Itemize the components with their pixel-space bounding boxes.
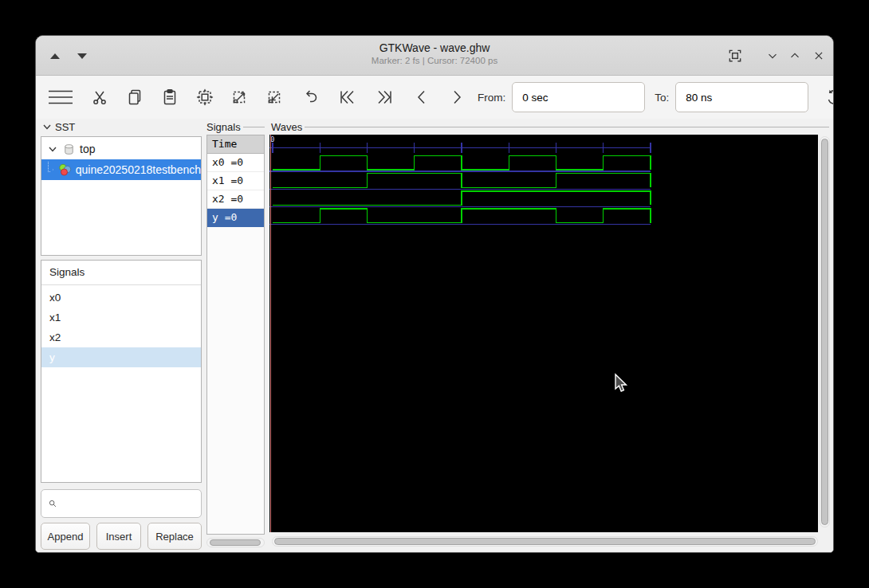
chevron-left-icon — [412, 88, 431, 107]
zoom-in-icon — [230, 88, 250, 107]
chevron-down-icon — [765, 49, 780, 63]
waveform-canvas[interactable]: 0 — [269, 135, 818, 532]
zoom-in-button[interactable] — [230, 88, 250, 107]
cut-icon — [90, 88, 109, 107]
copy-button[interactable] — [125, 88, 144, 107]
chevron-up-icon — [788, 49, 802, 63]
fullscreen-icon — [727, 48, 743, 64]
tree-item-label: quine20250218testbench — [76, 163, 201, 176]
chevron-down-icon — [42, 122, 52, 131]
scrollbar-thumb[interactable] — [274, 538, 816, 545]
signal-column-hscrollbar[interactable] — [206, 538, 265, 547]
module-icon — [57, 163, 72, 177]
menu-icon — [48, 88, 73, 107]
copy-icon — [125, 88, 144, 107]
waves-frame-label: Waves — [271, 120, 829, 133]
tree-item-testbench[interactable]: quine20250218testbench — [41, 159, 201, 180]
tree-item-label: top — [80, 143, 95, 155]
signals-browser: Signals x0 x1 x2 y — [41, 260, 202, 483]
zoom-out-button[interactable] — [265, 88, 285, 107]
step-left-button[interactable] — [412, 88, 431, 107]
paste-button[interactable] — [160, 88, 179, 107]
mouse-cursor — [611, 372, 631, 394]
database-icon — [62, 143, 76, 156]
tree-item-top[interactable]: top — [41, 139, 201, 159]
expander-right-icon[interactable] — [52, 165, 54, 174]
signal-row-x0[interactable]: x0 =0 — [207, 154, 264, 172]
signal-search-box[interactable] — [41, 489, 202, 518]
tree-guide-line — [48, 162, 50, 172]
waves-frame-text: Waves — [271, 121, 302, 133]
reload-button[interactable] — [824, 88, 834, 107]
cut-button[interactable] — [90, 88, 109, 107]
paste-icon — [160, 88, 179, 107]
signal-list-frame-text: Signals — [206, 121, 241, 133]
zoom-out-icon — [265, 88, 285, 107]
signal-item-x1[interactable]: x1 — [41, 308, 201, 327]
reload-icon — [824, 88, 834, 107]
sst-header-label: SST — [55, 121, 75, 133]
scrollbar-thumb[interactable] — [821, 139, 828, 525]
expander-down-icon[interactable] — [48, 144, 57, 154]
to-label: To: — [655, 92, 669, 104]
sst-tree: top quine20250218testbench — [41, 136, 202, 256]
signal-item-x2[interactable]: x2 — [41, 327, 201, 347]
signal-row-x2[interactable]: x2 =0 — [207, 190, 264, 209]
signal-name-column: Time x0 =0 x1 =0 x2 =0 y =0 — [206, 135, 265, 535]
fullscreen-button[interactable] — [725, 46, 745, 65]
insert-button[interactable]: Insert — [96, 523, 141, 550]
maximize-button[interactable] — [785, 46, 804, 65]
undo-button[interactable] — [301, 88, 320, 107]
chevron-right-icon — [447, 88, 466, 107]
undo-icon — [301, 88, 320, 107]
waveform-plot: 0 — [269, 135, 818, 532]
toolbar: From: To: — [36, 76, 833, 119]
frame-line — [243, 127, 265, 127]
signal-row-y[interactable]: y =0 — [207, 209, 264, 227]
menu-button[interactable] — [47, 88, 74, 107]
signals-browser-header: Signals — [41, 261, 201, 285]
pane-splitter-left[interactable] — [202, 119, 206, 553]
signal-row-x1[interactable]: x1 =0 — [207, 172, 264, 190]
main-area: SST top quine20250218testbenc — [36, 119, 834, 553]
minimize-button[interactable] — [763, 46, 782, 65]
desktop: GTKWave - wave.ghw Marker: 2 fs | Cursor… — [0, 0, 869, 588]
gtkwave-window: GTKWave - wave.ghw Marker: 2 fs | Cursor… — [35, 35, 834, 553]
sst-expander[interactable]: SST — [42, 120, 199, 133]
frame-line — [305, 127, 829, 127]
from-input[interactable] — [512, 82, 645, 112]
go-to-end-icon — [375, 88, 395, 107]
titlebar[interactable]: GTKWave - wave.ghw Marker: 2 fs | Cursor… — [36, 36, 833, 76]
from-label: From: — [478, 92, 505, 104]
go-to-start-button[interactable] — [336, 88, 358, 107]
to-input[interactable] — [675, 82, 808, 112]
replace-button[interactable]: Replace — [147, 523, 202, 550]
zoom-fit-icon — [195, 88, 214, 107]
time-header[interactable]: Time — [207, 135, 264, 154]
window-title: GTKWave - wave.ghw — [36, 41, 833, 55]
close-button[interactable] — [809, 46, 828, 65]
search-input[interactable] — [57, 489, 201, 518]
append-button[interactable]: Append — [41, 523, 90, 550]
waves-hscrollbar[interactable] — [272, 536, 818, 547]
marker-cursor-status: Marker: 2 fs | Cursor: 72400 ps — [36, 55, 833, 67]
signal-item-x0[interactable]: x0 — [41, 288, 201, 308]
close-icon — [812, 49, 826, 63]
window-title-block: GTKWave - wave.ghw Marker: 2 fs | Cursor… — [36, 41, 833, 67]
search-icon — [48, 497, 57, 510]
waves-vscrollbar[interactable] — [820, 136, 830, 527]
scrollbar-thumb[interactable] — [210, 539, 261, 546]
signal-item-y[interactable]: y — [41, 347, 201, 367]
go-to-end-button[interactable] — [374, 88, 396, 107]
signal-list-frame-label: Signals — [206, 120, 265, 133]
go-to-start-icon — [336, 88, 357, 107]
step-right-button[interactable] — [447, 88, 466, 107]
zoom-fit-button[interactable] — [195, 88, 214, 107]
